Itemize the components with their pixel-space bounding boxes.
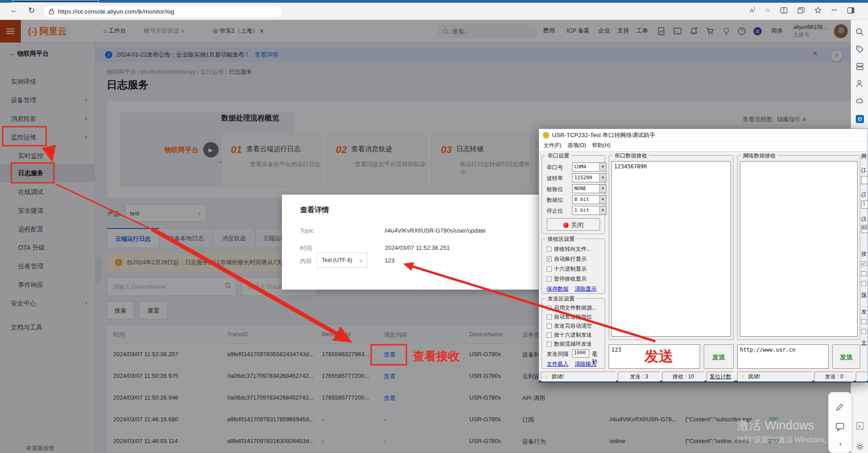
floating-help-button[interactable]: ? xyxy=(830,50,842,62)
sidebar-item-security[interactable]: 安全中心∨ xyxy=(0,294,95,312)
net-recv-box[interactable] xyxy=(740,161,858,337)
com-port-select[interactable]: COM4▼ xyxy=(572,162,606,172)
console-search[interactable] xyxy=(437,24,538,38)
save-data-link[interactable]: 保存数据 xyxy=(547,285,568,293)
cart-icon[interactable] xyxy=(706,27,714,35)
avatar[interactable] xyxy=(834,24,848,38)
auto-append-checkbox[interactable]: 自动发送附加位 xyxy=(547,313,592,321)
settings-more-icon[interactable]: ⋯ xyxy=(831,7,837,14)
sidebar-item-remoteconfig[interactable]: 远程配置 xyxy=(0,220,95,238)
net-send-button[interactable]: 发送 xyxy=(832,344,860,369)
workbench-link[interactable]: ⌂ 工作台 xyxy=(103,27,126,35)
sidebar-item-forward[interactable]: 消息转发∨ xyxy=(0,110,95,128)
feedback-link[interactable]: ⊞ 新版反馈 xyxy=(26,444,54,452)
back-icon[interactable]: ← xyxy=(10,5,18,15)
recv-to-file-checkbox[interactable]: 接收转向文件... xyxy=(547,245,591,253)
split-screen-icon[interactable] xyxy=(780,7,787,14)
sidebar-collapse-handle[interactable]: ‹ xyxy=(95,257,101,282)
chat-icon[interactable] xyxy=(835,422,845,432)
globe-promo-icon[interactable]: ✲ xyxy=(753,27,762,36)
loop-send-checkbox[interactable]: 数据流循环发送 xyxy=(547,340,592,348)
outlook-icon[interactable]: O xyxy=(856,115,864,123)
clear-display-link[interactable]: 清除显示 xyxy=(575,285,596,293)
reset-counter-button[interactable]: 复位计数 xyxy=(706,372,734,381)
encoding-select[interactable]: Text (UTF-8)∨ xyxy=(317,253,367,268)
pause-recv-checkbox[interactable]: 暂停接收显示 xyxy=(547,275,587,283)
refresh-icon[interactable]: ↻ xyxy=(28,5,35,15)
sidebar-item-tunnel[interactable]: 安全隧道 xyxy=(0,201,95,219)
tab-cloud-log[interactable]: 云端运行日志 xyxy=(107,228,159,248)
clear-input-link[interactable]: 清除输入 xyxy=(575,360,596,368)
bell-icon[interactable] xyxy=(690,27,698,35)
nav-link-icp[interactable]: ICP 备案 xyxy=(567,27,590,35)
account-scope-dropdown[interactable]: 账号全部资源 ∨ xyxy=(144,27,185,35)
browser-essentials-icon[interactable] xyxy=(815,7,821,14)
gear-icon[interactable] xyxy=(856,443,864,451)
sidebar-item-ota[interactable]: OTA 升级 xyxy=(0,238,95,257)
reset-button[interactable]: 重置 xyxy=(139,301,167,319)
sidebar-item-monitor[interactable]: 监控运维∧ xyxy=(0,128,95,146)
nav-link-ticket[interactable]: 工单 xyxy=(636,27,648,35)
announcement-close-icon[interactable]: × xyxy=(813,49,818,58)
tab-message-trace[interactable]: 消息轨迹 xyxy=(213,228,255,248)
send-as-hex-checkbox[interactable]: 按十六进制发送 xyxy=(547,331,592,339)
announcement-detail-link[interactable]: 查看详情 xyxy=(255,51,278,59)
aliyun-logo[interactable]: (-) 阿里云 xyxy=(28,25,67,38)
sidebar-toggle-icon[interactable] xyxy=(847,7,854,14)
baud-rate-select[interactable]: 115200▼ xyxy=(572,173,606,182)
stop-bits-select[interactable]: 1 bit▼ xyxy=(572,206,606,215)
sidebar-item-instance[interactable]: 实例详情 xyxy=(0,72,95,91)
net-send-input[interactable]: http://www.usr.cn xyxy=(737,344,829,369)
sidebar-item-realtime[interactable]: 实时监控 xyxy=(0,147,95,165)
breadcrumb-item[interactable]: 物联网平台 xyxy=(107,68,136,75)
favorite-star-icon[interactable]: ☆ xyxy=(765,7,770,14)
breadcrumb-item[interactable]: 监控运维 xyxy=(200,68,224,75)
load-file-link[interactable]: 文件载入 xyxy=(547,360,568,368)
nav-link-support[interactable]: 支持 xyxy=(617,27,629,35)
sidebar-back[interactable]: ← 物联网平台 xyxy=(9,50,49,58)
shopping-tag-icon[interactable] xyxy=(856,45,864,53)
view-link[interactable]: 查看 xyxy=(384,351,396,359)
sidebar-item-debug[interactable]: 在线调试 xyxy=(0,183,95,201)
breadcrumb-item[interactable]: iot-06z00c0h9r6voyy xyxy=(141,68,196,75)
app-icon[interactable]: AP xyxy=(657,27,665,35)
clear-after-send-checkbox[interactable]: 发送完自动清空 xyxy=(547,322,592,330)
address-bar[interactable]: https://iot.console.aliyun.com/lk/monito… xyxy=(43,5,283,18)
parity-select[interactable]: NONE▼ xyxy=(572,184,606,193)
menu-help[interactable]: 帮助(H) xyxy=(592,142,610,148)
layers-icon[interactable] xyxy=(856,62,864,71)
sidebar-item-docs[interactable]: 文档与工具 xyxy=(0,318,95,336)
collections-icon[interactable] xyxy=(797,7,805,14)
devicename-input[interactable] xyxy=(107,277,216,296)
console-search-input[interactable] xyxy=(452,28,520,35)
menu-hamburger-button[interactable] xyxy=(0,20,21,43)
person-add-icon[interactable] xyxy=(856,80,864,88)
sidebar-item-logservice[interactable]: 日志服务 xyxy=(0,164,95,182)
screenshot-select-icon[interactable]: X xyxy=(856,422,864,430)
nav-link-enterprise[interactable]: 企业 xyxy=(598,27,610,35)
interval-input[interactable]: 1000 xyxy=(572,349,589,358)
edit-pencil-icon[interactable] xyxy=(835,403,845,413)
product-select[interactable]: test∨ xyxy=(125,205,206,222)
menu-file[interactable]: 文件(F) xyxy=(544,142,561,148)
view-link[interactable]: 查看 xyxy=(384,372,396,381)
lightbulb-icon[interactable] xyxy=(722,27,730,35)
chevron-right-icon[interactable]: › xyxy=(835,440,845,450)
sidebar-item-event[interactable]: 事件响应 xyxy=(0,276,95,294)
help-circle-icon[interactable]: ? xyxy=(738,27,746,35)
hex-display-checkbox[interactable]: 十六进制显示 xyxy=(547,265,587,273)
region-dropdown[interactable]: ◎ 华东2（上海） ∨ xyxy=(213,27,264,35)
sidebar-item-device[interactable]: 设备管理∨ xyxy=(0,91,95,109)
menu-options[interactable]: 选项(O) xyxy=(568,142,586,148)
user-account[interactable]: aliyun98108...主账号 xyxy=(793,24,827,39)
search-button[interactable]: 搜索 xyxy=(107,301,134,319)
serial-send-button[interactable]: 发送 xyxy=(704,344,734,369)
sidebar-item-task[interactable]: 任务管理 xyxy=(0,257,95,275)
nav-link-billing[interactable]: 费用 xyxy=(543,27,555,35)
view-link[interactable]: 查看 xyxy=(384,394,396,402)
tab-local-log[interactable]: 设备本地日志 xyxy=(159,228,213,248)
cloud-icon[interactable] xyxy=(856,97,864,105)
serial-recv-box[interactable]: 1234567890 xyxy=(611,161,731,337)
flow-chart-link[interactable]: 查看流程图 xyxy=(743,116,772,123)
read-aloud-icon[interactable]: A) xyxy=(750,6,755,14)
